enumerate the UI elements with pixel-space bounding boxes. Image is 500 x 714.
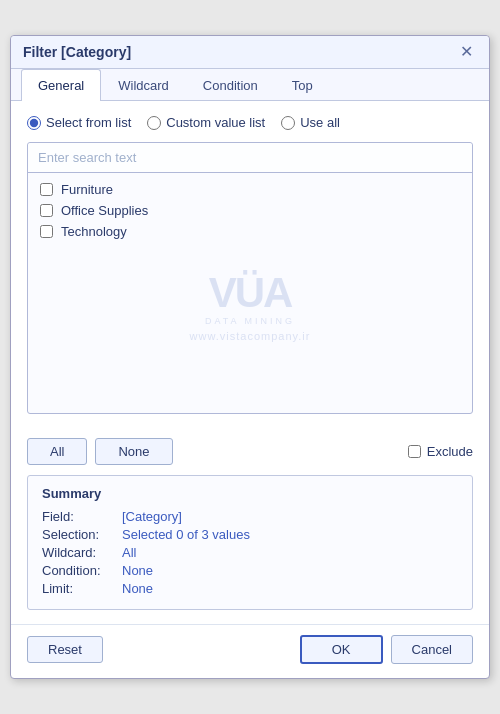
category-list: Furniture Office Supplies Technology VÜA… xyxy=(28,173,472,413)
summary-wildcard-row: Wildcard: All xyxy=(42,545,458,560)
filter-mode-group: Select from list Custom value list Use a… xyxy=(27,115,473,130)
watermark-sub: DATA MINING xyxy=(205,316,295,326)
watermark-url: www.vistacompany.ir xyxy=(190,330,311,342)
none-button[interactable]: None xyxy=(95,438,172,465)
tab-bar: General Wildcard Condition Top xyxy=(11,69,489,101)
cancel-button[interactable]: Cancel xyxy=(391,635,473,664)
tab-general[interactable]: General xyxy=(21,69,101,101)
summary-selection-key: Selection: xyxy=(42,527,122,542)
summary-condition-val: None xyxy=(122,563,153,578)
summary-field-val: [Category] xyxy=(122,509,182,524)
reset-button[interactable]: Reset xyxy=(27,636,103,663)
list-item-technology[interactable]: Technology xyxy=(32,221,468,242)
dialog-footer: Reset OK Cancel xyxy=(11,624,489,678)
ok-button[interactable]: OK xyxy=(300,635,383,664)
summary-selection-row: Selection: Selected 0 of 3 values xyxy=(42,527,458,542)
summary-section: Summary Field: [Category] Selection: Sel… xyxy=(27,475,473,610)
search-input[interactable] xyxy=(28,143,472,173)
summary-condition-key: Condition: xyxy=(42,563,122,578)
all-button[interactable]: All xyxy=(27,438,87,465)
radio-use-all[interactable]: Use all xyxy=(281,115,340,130)
watermark-logo: VÜA xyxy=(209,272,292,314)
list-button-row: All None Exclude xyxy=(11,428,489,475)
title-bar: Filter [Category] ✕ xyxy=(11,36,489,69)
summary-title: Summary xyxy=(42,486,458,501)
list-item-office-supplies[interactable]: Office Supplies xyxy=(32,200,468,221)
summary-limit-row: Limit: None xyxy=(42,581,458,596)
summary-field-row: Field: [Category] xyxy=(42,509,458,524)
tab-wildcard[interactable]: Wildcard xyxy=(101,69,186,101)
filter-list-area: Furniture Office Supplies Technology VÜA… xyxy=(27,142,473,414)
summary-field-key: Field: xyxy=(42,509,122,524)
exclude-area: Exclude xyxy=(408,444,473,459)
summary-selection-val: Selected 0 of 3 values xyxy=(122,527,250,542)
summary-wildcard-val: All xyxy=(122,545,136,560)
list-item-furniture[interactable]: Furniture xyxy=(32,179,468,200)
summary-limit-key: Limit: xyxy=(42,581,122,596)
exclude-label: Exclude xyxy=(427,444,473,459)
dialog-title: Filter [Category] xyxy=(23,44,131,60)
tab-top[interactable]: Top xyxy=(275,69,330,101)
tab-content: Select from list Custom value list Use a… xyxy=(11,101,489,428)
tab-condition[interactable]: Condition xyxy=(186,69,275,101)
summary-condition-row: Condition: None xyxy=(42,563,458,578)
close-button[interactable]: ✕ xyxy=(456,44,477,60)
summary-limit-val: None xyxy=(122,581,153,596)
radio-custom-value-list[interactable]: Custom value list xyxy=(147,115,265,130)
watermark: VÜA DATA MINING www.vistacompany.ir xyxy=(32,272,468,342)
radio-select-from-list[interactable]: Select from list xyxy=(27,115,131,130)
summary-wildcard-key: Wildcard: xyxy=(42,545,122,560)
filter-dialog: Filter [Category] ✕ General Wildcard Con… xyxy=(10,35,490,679)
ok-cancel-group: OK Cancel xyxy=(300,635,473,664)
exclude-checkbox[interactable] xyxy=(408,445,421,458)
